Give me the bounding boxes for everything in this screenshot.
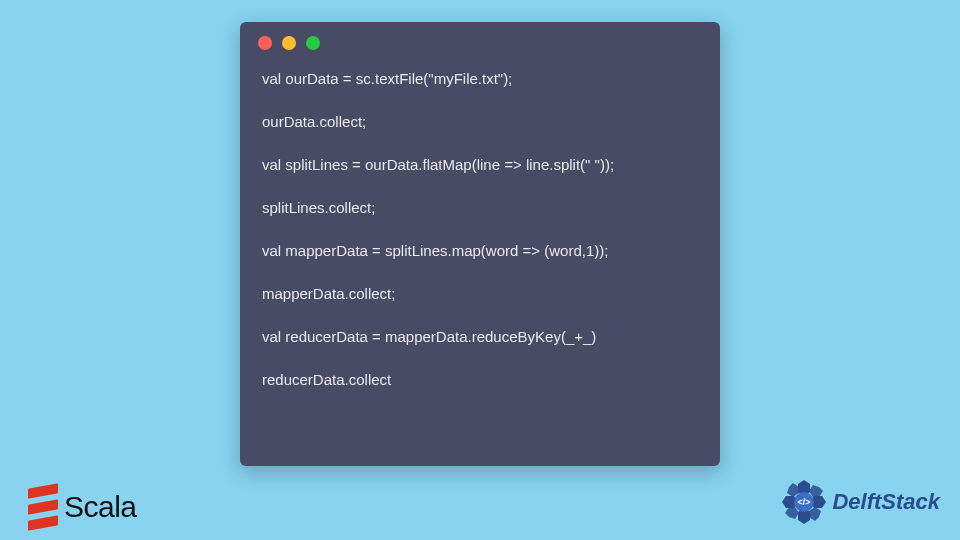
maximize-icon xyxy=(306,36,320,50)
delftstack-logo: </> DelftStack xyxy=(780,478,940,526)
code-line: reducerData.collect xyxy=(262,369,698,390)
code-line: mapperData.collect; xyxy=(262,283,698,304)
minimize-icon xyxy=(282,36,296,50)
close-icon xyxy=(258,36,272,50)
code-body: val ourData = sc.textFile("myFile.txt");… xyxy=(240,60,720,408)
code-window: val ourData = sc.textFile("myFile.txt");… xyxy=(240,22,720,466)
code-line: splitLines.collect; xyxy=(262,197,698,218)
code-line: ourData.collect; xyxy=(262,111,698,132)
svg-text:</>: </> xyxy=(798,497,811,507)
scala-mark-icon xyxy=(28,486,58,528)
scala-logo-text: Scala xyxy=(64,490,137,524)
code-line: val reducerData = mapperData.reduceByKey… xyxy=(262,326,698,347)
delftstack-logo-text: DelftStack xyxy=(832,489,940,515)
code-line: val ourData = sc.textFile("myFile.txt"); xyxy=(262,68,698,89)
delftstack-icon: </> xyxy=(780,478,828,526)
window-controls xyxy=(240,22,720,60)
scala-logo: Scala xyxy=(28,486,137,528)
code-line: val mapperData = splitLines.map(word => … xyxy=(262,240,698,261)
code-line: val splitLines = ourData.flatMap(line =>… xyxy=(262,154,698,175)
